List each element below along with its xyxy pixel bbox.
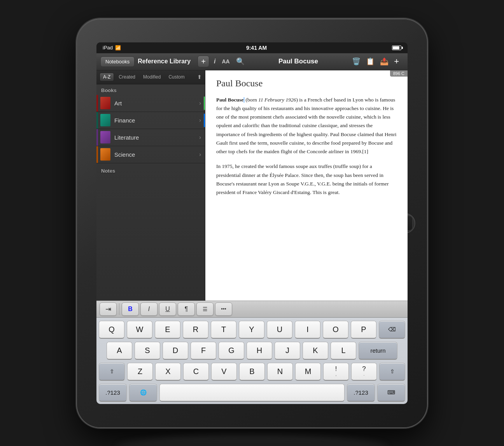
book-item-finance[interactable]: Finance › bbox=[96, 112, 205, 129]
book-icon-art bbox=[100, 97, 110, 109]
key-globe[interactable]: 🌐 bbox=[129, 384, 157, 402]
sort-bar: A-Z Created Modified Custom ⬆ bbox=[96, 70, 205, 84]
key-z[interactable]: Z bbox=[127, 363, 153, 381]
book-icon-science bbox=[100, 148, 110, 161]
key-n[interactable]: N bbox=[267, 363, 293, 381]
book-list: Art › Finance › bbox=[96, 95, 205, 163]
time-display: 9:41 AM bbox=[246, 45, 267, 51]
sort-order-icon[interactable]: ⬆ bbox=[197, 74, 202, 80]
key-u[interactable]: U bbox=[267, 321, 292, 339]
document-body: Paul Bocuse (born 11 February 1926) is a… bbox=[216, 96, 397, 197]
key-r[interactable]: R bbox=[183, 321, 208, 339]
document-content[interactable]: 896 C Paul Bocuse Paul Bocuse (born 11 F… bbox=[205, 70, 408, 301]
key-number-right[interactable]: .?123 bbox=[347, 384, 375, 402]
font-size-icon[interactable]: AA bbox=[222, 58, 229, 65]
document-heading: Paul Bocuse bbox=[216, 78, 397, 89]
more-options-icon[interactable]: + bbox=[394, 56, 399, 66]
top-nav-bar: Notebooks Reference Library + i AA 🔍 Pau… bbox=[96, 53, 408, 70]
key-number-left[interactable]: .?123 bbox=[99, 384, 127, 402]
key-exclaim[interactable]: ! , bbox=[323, 363, 349, 381]
page-counter-badge: 896 C bbox=[390, 70, 408, 77]
book-icon-finance bbox=[100, 114, 110, 126]
sort-custom-button[interactable]: Custom bbox=[165, 73, 187, 81]
info-icon[interactable]: i bbox=[214, 58, 215, 65]
keyboard-row-1: Q W E R T Y U I O P ⌫ bbox=[99, 321, 405, 339]
delete-icon[interactable]: 🗑️ bbox=[352, 57, 360, 66]
notebooks-button[interactable]: Notebooks bbox=[100, 56, 135, 67]
copy-icon[interactable]: 📋 bbox=[366, 57, 374, 66]
underline-button[interactable]: U bbox=[159, 303, 176, 316]
paragraph-1: Paul Bocuse (born 11 February 1926) is a… bbox=[216, 96, 397, 156]
wifi-icon: 📶 bbox=[115, 45, 121, 51]
sort-created-button[interactable]: Created bbox=[116, 73, 138, 81]
key-p[interactable]: P bbox=[351, 321, 376, 339]
left-sidebar: A-Z Created Modified Custom ⬆ Books bbox=[96, 70, 205, 301]
tab-button[interactable]: ⇥ bbox=[100, 303, 117, 316]
paragraph-2: In 1975, he created the world famous sou… bbox=[216, 162, 397, 197]
format-toolbar: ⇥ B I U ¶ ☰ ••• bbox=[96, 301, 408, 318]
list-button[interactable]: ☰ bbox=[196, 303, 214, 316]
key-d[interactable]: D bbox=[163, 342, 188, 360]
book-name-science: Science bbox=[114, 151, 199, 158]
book-name-literature: Literature bbox=[114, 134, 199, 141]
key-b[interactable]: B bbox=[239, 363, 265, 381]
sort-modified-button[interactable]: Modified bbox=[140, 73, 164, 81]
key-o[interactable]: O bbox=[323, 321, 348, 339]
book-item-science[interactable]: Science › bbox=[96, 146, 205, 163]
key-f[interactable]: F bbox=[191, 342, 216, 360]
italic-button[interactable]: I bbox=[140, 303, 158, 316]
book-item-art[interactable]: Art › bbox=[96, 95, 205, 112]
library-title: Reference Library bbox=[138, 58, 191, 65]
sort-az-button[interactable]: A-Z bbox=[100, 73, 114, 81]
key-shift-left[interactable]: ⇧ bbox=[99, 363, 125, 381]
book-name-finance: Finance bbox=[114, 117, 199, 124]
more-format-button[interactable]: ••• bbox=[215, 303, 232, 316]
key-q[interactable]: Q bbox=[99, 321, 124, 339]
device-label: iPad bbox=[103, 45, 113, 51]
key-w[interactable]: W bbox=[127, 321, 152, 339]
chevron-icon-finance: › bbox=[199, 117, 201, 123]
document-title: Paul Bocuse bbox=[278, 58, 318, 65]
key-backspace[interactable]: ⌫ bbox=[379, 321, 405, 339]
ipad-device: iPad 📶 9:41 AM Notebooks Reference Libra… bbox=[77, 19, 427, 427]
key-m[interactable]: M bbox=[295, 363, 321, 381]
key-v[interactable]: V bbox=[211, 363, 237, 381]
key-h[interactable]: H bbox=[247, 342, 272, 360]
chevron-icon-science: › bbox=[199, 151, 201, 157]
chevron-icon-literature: › bbox=[199, 134, 201, 140]
key-shift-right[interactable]: ⇧ bbox=[379, 363, 405, 381]
key-x[interactable]: X bbox=[155, 363, 181, 381]
key-keyboard-hide[interactable]: ⌨ bbox=[377, 384, 405, 402]
key-y[interactable]: Y bbox=[239, 321, 264, 339]
key-a[interactable]: A bbox=[107, 342, 132, 360]
books-section-header: Books bbox=[96, 84, 205, 95]
key-j[interactable]: J bbox=[275, 342, 300, 360]
key-k[interactable]: K bbox=[303, 342, 328, 360]
key-l[interactable]: L bbox=[331, 342, 356, 360]
key-t[interactable]: T bbox=[211, 321, 236, 339]
chevron-icon-art: › bbox=[199, 100, 201, 106]
book-name-art: Art bbox=[114, 100, 199, 107]
document-panel: 896 C Paul Bocuse Paul Bocuse (born 11 F… bbox=[205, 70, 408, 301]
bold-button[interactable]: B bbox=[122, 303, 139, 316]
key-return[interactable]: return bbox=[359, 342, 397, 360]
notes-section-header: Notes bbox=[96, 165, 205, 175]
keyboard-row-2: A S D F G H J K L return bbox=[99, 342, 405, 360]
key-question[interactable]: ? . bbox=[351, 363, 377, 381]
battery-icon bbox=[392, 45, 401, 50]
keyboard-row-4: .?123 🌐 .?123 ⌨ bbox=[99, 384, 405, 402]
key-i[interactable]: I bbox=[295, 321, 320, 339]
keyboard-row-3: ⇧ Z X C V B N M ! , ? . ⇧ bbox=[99, 363, 405, 381]
status-bar: iPad 📶 9:41 AM bbox=[96, 42, 408, 53]
key-c[interactable]: C bbox=[183, 363, 209, 381]
paragraph-button[interactable]: ¶ bbox=[178, 303, 195, 316]
screen-bezel: iPad 📶 9:41 AM Notebooks Reference Libra… bbox=[96, 42, 408, 404]
add-notebook-button[interactable]: + bbox=[198, 56, 209, 67]
key-space[interactable] bbox=[159, 384, 345, 402]
key-e[interactable]: E bbox=[155, 321, 180, 339]
book-item-literature[interactable]: Literature › bbox=[96, 129, 205, 146]
search-icon[interactable]: 🔍 bbox=[236, 57, 245, 66]
key-g[interactable]: G bbox=[219, 342, 244, 360]
share-icon[interactable]: 📤 bbox=[380, 57, 388, 66]
key-s[interactable]: S bbox=[135, 342, 160, 360]
